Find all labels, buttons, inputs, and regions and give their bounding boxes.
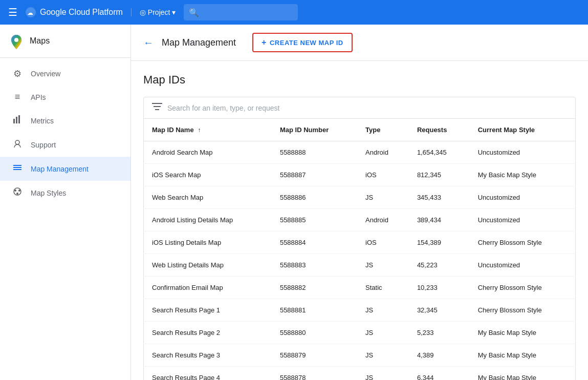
cell-name: Web Listing Details Map	[144, 254, 272, 277]
top-nav: ☰ ☁ Google Cloud Platform ◎ Project ▾ 🔍	[0, 0, 588, 25]
cell-number: 5588878	[272, 367, 357, 381]
cell-requests: 1,654,345	[409, 141, 470, 164]
sidebar-item-apis[interactable]: ≡ APIs	[0, 86, 130, 109]
table-row[interactable]: Search Results Page 1 5588881 JS 32,345 …	[144, 299, 576, 322]
cell-type: JS	[357, 322, 409, 344]
main-header: ← Map Management + CREATE NEW MAP ID	[131, 25, 588, 61]
sidebar-item-metrics-label: Metrics	[31, 117, 54, 125]
cell-style: Uncustomized	[470, 141, 576, 164]
cell-requests: 6,344	[409, 367, 470, 381]
table-row[interactable]: iOS Search Map 5588887 iOS 812,345 My Ba…	[144, 164, 576, 186]
svg-text:☁: ☁	[27, 9, 33, 16]
project-selector[interactable]: ◎ Project ▾	[131, 8, 176, 16]
cell-requests: 812,345	[409, 164, 470, 186]
cell-name: iOS Listing Details Map	[144, 231, 272, 254]
map-ids-table: Map ID Name ↑ Map ID Number Type Request…	[143, 118, 576, 380]
svg-point-7	[15, 140, 19, 144]
cell-type: iOS	[357, 231, 409, 254]
cell-name: Search Results Page 4	[144, 367, 272, 381]
sidebar-item-metrics[interactable]: Metrics	[0, 109, 130, 133]
table-row[interactable]: Search Results Page 2 5588880 JS 5,233 M…	[144, 322, 576, 344]
cell-type: iOS	[357, 164, 409, 186]
cell-type: JS	[357, 254, 409, 277]
cell-type: JS	[357, 186, 409, 209]
svg-rect-9	[13, 167, 21, 168]
cell-type: Static	[357, 277, 409, 299]
project-icon: ◎	[140, 8, 146, 16]
search-icon: 🔍	[189, 8, 199, 17]
cell-type: JS	[357, 344, 409, 367]
cell-requests: 45,223	[409, 254, 470, 277]
sidebar-item-overview-label: Overview	[31, 70, 60, 78]
svg-rect-10	[13, 169, 21, 170]
cell-number: 5588884	[272, 231, 357, 254]
cell-number: 5588882	[272, 277, 357, 299]
main-layout: Maps ⚙ Overview ≡ APIs Metrics Supp	[0, 25, 588, 380]
search-placeholder: Search for an item, type, or request	[167, 104, 279, 112]
metrics-icon	[12, 115, 23, 126]
cell-number: 5588888	[272, 141, 357, 164]
table-row[interactable]: Search Results Page 3 5588879 JS 4,389 M…	[144, 344, 576, 367]
create-btn-label: CREATE NEW MAP ID	[270, 39, 343, 47]
sidebar-item-map-management[interactable]: Map Management	[0, 157, 130, 181]
table-row[interactable]: Android Listing Details Map 5588885 Andr…	[144, 209, 576, 231]
table-row[interactable]: Confirmation Email Map 5588882 Static 10…	[144, 277, 576, 299]
table-row[interactable]: iOS Listing Details Map 5588884 iOS 154,…	[144, 231, 576, 254]
table-header-row: Map ID Name ↑ Map ID Number Type Request…	[144, 119, 576, 141]
sidebar-item-map-styles[interactable]: Map Styles	[0, 181, 130, 205]
svg-rect-5	[16, 117, 17, 123]
cell-style: My Basic Map Style	[470, 367, 576, 381]
back-button[interactable]: ←	[143, 37, 154, 49]
cell-style: My Basic Map Style	[470, 164, 576, 186]
sidebar-item-support-label: Support	[31, 141, 56, 149]
cell-style: Cherry Blossom Style	[470, 299, 576, 322]
table-row[interactable]: Android Search Map 5588888 Android 1,654…	[144, 141, 576, 164]
map-styles-icon	[12, 187, 23, 199]
svg-rect-6	[18, 115, 20, 123]
cell-number: 5588883	[272, 254, 357, 277]
sidebar-item-overview[interactable]: ⚙ Overview	[0, 62, 130, 86]
cell-number: 5588880	[272, 322, 357, 344]
svg-point-12	[14, 189, 16, 192]
cell-type: JS	[357, 299, 409, 322]
cell-number: 5588881	[272, 299, 357, 322]
cell-style: My Basic Map Style	[470, 322, 576, 344]
table-row[interactable]: Web Listing Details Map 5588883 JS 45,22…	[144, 254, 576, 277]
sidebar: Maps ⚙ Overview ≡ APIs Metrics Supp	[0, 25, 131, 380]
page-title: Map Management	[162, 37, 236, 48]
overview-icon: ⚙	[12, 68, 23, 79]
cell-type: JS	[357, 367, 409, 381]
cell-requests: 389,434	[409, 209, 470, 231]
table-row[interactable]: Search Results Page 4 5588878 JS 6,344 M…	[144, 367, 576, 381]
cell-name: Search Results Page 1	[144, 299, 272, 322]
sidebar-item-support[interactable]: Support	[0, 133, 130, 157]
filter-icon	[152, 102, 162, 113]
table-row[interactable]: Web Search Map 5588886 JS 345,433 Uncust…	[144, 186, 576, 209]
cell-type: Android	[357, 141, 409, 164]
create-new-map-id-button[interactable]: + CREATE NEW MAP ID	[252, 33, 353, 52]
cell-number: 5588879	[272, 344, 357, 367]
project-chevron-icon: ▾	[172, 8, 176, 16]
svg-rect-8	[13, 165, 21, 166]
map-management-icon	[12, 163, 23, 175]
cell-style: Uncustomized	[470, 254, 576, 277]
cell-requests: 345,433	[409, 186, 470, 209]
svg-point-14	[16, 193, 18, 195]
sort-arrow-icon[interactable]: ↑	[198, 126, 201, 134]
logo-text: Google Cloud Platform	[40, 8, 123, 17]
col-header-type: Type	[357, 119, 409, 141]
cell-requests: 5,233	[409, 322, 470, 344]
cell-requests: 154,389	[409, 231, 470, 254]
section-title: Map IDs	[143, 73, 576, 87]
col-header-style: Current Map Style	[470, 119, 576, 141]
maps-app-icon	[8, 33, 25, 49]
hamburger-icon[interactable]: ☰	[8, 6, 17, 18]
project-label: Project	[148, 8, 170, 16]
global-search-input[interactable]	[184, 4, 298, 20]
sidebar-item-map-styles-label: Map Styles	[31, 189, 66, 197]
sidebar-title: Maps	[30, 36, 50, 46]
create-plus-icon: +	[262, 38, 267, 47]
content-area: Map IDs Search for an item, type, or req…	[131, 61, 588, 380]
svg-point-13	[18, 189, 20, 192]
svg-point-3	[14, 38, 18, 42]
